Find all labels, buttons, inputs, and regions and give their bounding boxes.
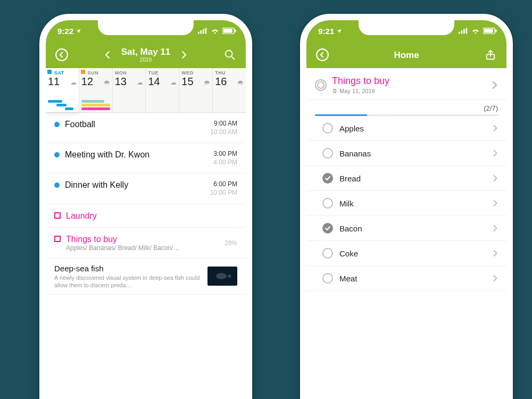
- checklist-item-label: Meat: [339, 274, 493, 283]
- wifi-icon: [471, 28, 480, 34]
- check-circle-icon[interactable]: [322, 248, 333, 259]
- battery-icon: [483, 28, 497, 34]
- checklist-item[interactable]: Coke: [306, 241, 506, 266]
- checklist-item[interactable]: Bananas: [306, 141, 506, 166]
- check-circle-icon[interactable]: [322, 148, 333, 159]
- day-number: 16: [215, 76, 227, 88]
- event-title: Football: [65, 120, 210, 129]
- svg-rect-3: [205, 28, 207, 34]
- share-button[interactable]: [482, 46, 499, 63]
- nav-title: Home: [394, 51, 419, 60]
- back-button[interactable]: [53, 46, 70, 63]
- event-title: Meeting with Dr. Kwon: [65, 150, 213, 160]
- week-strip: SAT 11 ☁ SUN 12 🌧: [46, 68, 246, 113]
- day-cell-mon[interactable]: MON 13 ☁: [113, 68, 146, 112]
- day-number: 15: [181, 76, 193, 88]
- event-dot-icon: [54, 152, 60, 157]
- note-row[interactable]: Deep-sea fish A newly discovered visual …: [46, 259, 246, 295]
- location-icon: [336, 28, 342, 34]
- checklist-item[interactable]: Bread: [306, 166, 506, 191]
- event-row[interactable]: Football 9:00 AM 10:00 AM: [46, 113, 246, 143]
- event-end-time: 10:00 PM: [210, 189, 237, 197]
- todo-progress-pct: 28%: [225, 239, 237, 247]
- day-cell-sun[interactable]: SUN 12 🌧: [79, 68, 113, 112]
- device-notch: [359, 20, 454, 35]
- nav-title[interactable]: Sat, May 11: [121, 47, 171, 56]
- event-row[interactable]: Dinner with Kelly 6:00 PM 10:00 PM: [46, 173, 246, 204]
- svg-rect-5: [223, 29, 232, 32]
- event-end-time: 4:00 PM: [213, 159, 237, 167]
- svg-rect-15: [484, 29, 493, 32]
- weather-icon: 🌧: [237, 79, 244, 86]
- event-row[interactable]: Meeting with Dr. Kwon 3:00 PM 4:00 PM: [46, 143, 246, 173]
- check-circle-icon[interactable]: [322, 223, 333, 234]
- checklist-item[interactable]: Apples: [306, 116, 506, 141]
- note-thumbnail: [207, 267, 237, 286]
- checklist-item-label: Apples: [339, 124, 493, 133]
- day-number: 14: [148, 76, 160, 88]
- svg-point-17: [317, 49, 328, 61]
- note-title: Deep-sea fish: [54, 264, 202, 273]
- calendar-icon: 🗓: [332, 88, 338, 94]
- checklist-item-label: Milk: [339, 199, 493, 208]
- note-desc: A newly discovered visual system in deep…: [54, 274, 202, 289]
- day-of-week: WED: [181, 70, 210, 76]
- svg-rect-13: [466, 28, 468, 34]
- chevron-right-icon: [493, 274, 498, 282]
- list-title: Things to buy: [332, 76, 492, 87]
- progress-section: (2/7): [306, 100, 506, 116]
- chevron-right-icon: [493, 149, 498, 157]
- todo-title: Things to buy: [66, 235, 225, 244]
- day-of-week: SUN: [88, 70, 110, 76]
- checklist-item[interactable]: Meat: [306, 266, 506, 291]
- checklist-item-label: Bread: [339, 174, 493, 183]
- day-cell-tue[interactable]: TUE 14 ☁: [146, 68, 179, 112]
- wifi-icon: [211, 28, 219, 34]
- checklist-item-label: Coke: [339, 249, 493, 258]
- checkbox-icon[interactable]: [54, 212, 61, 219]
- list-header[interactable]: Things to buy 🗓May 11, 2019: [306, 68, 506, 100]
- check-circle-icon[interactable]: [322, 273, 333, 284]
- chevron-right-icon: [492, 80, 498, 90]
- todo-row[interactable]: Things to buy Apples/ Bananas/ Bread/ Mi…: [46, 228, 246, 259]
- event-dot-icon: [54, 182, 60, 188]
- phone-checklist: 9:21 Home: [300, 14, 513, 399]
- day-of-week: SAT: [54, 70, 77, 76]
- weather-icon: 🌧: [104, 79, 110, 86]
- target-icon: [315, 79, 327, 91]
- prev-day-button[interactable]: [99, 46, 116, 63]
- svg-rect-11: [461, 30, 463, 34]
- day-cell-sat[interactable]: SAT 11 ☁: [46, 68, 79, 112]
- day-cell-thu[interactable]: THU 16 🌧: [213, 68, 246, 112]
- back-button[interactable]: [314, 46, 331, 63]
- location-icon: [76, 28, 81, 34]
- svg-rect-1: [201, 30, 202, 34]
- checkbox-icon[interactable]: [54, 236, 61, 242]
- weather-icon: ☁: [137, 79, 143, 86]
- check-circle-icon[interactable]: [322, 123, 333, 134]
- day-cell-wed[interactable]: WED 15 🌧: [179, 68, 213, 112]
- checklist-item[interactable]: Milk: [306, 191, 506, 216]
- nav-bar: Home: [306, 41, 506, 68]
- cellular-icon: [198, 28, 207, 34]
- chevron-right-icon: [493, 199, 498, 207]
- event-start-time: 6:00 PM: [210, 180, 237, 189]
- day-number: 11: [48, 76, 60, 88]
- status-time: 9:21: [318, 27, 334, 36]
- next-day-button[interactable]: [176, 46, 193, 63]
- day-of-week: THU: [215, 70, 244, 76]
- check-circle-icon[interactable]: [322, 173, 333, 184]
- chevron-right-icon: [493, 224, 498, 232]
- svg-rect-10: [459, 32, 460, 34]
- nav-subtitle: 2019: [121, 57, 171, 63]
- progress-count: (2/7): [315, 100, 498, 114]
- phone-calendar: 9:22: [39, 14, 252, 399]
- search-button[interactable]: [221, 46, 238, 63]
- weather-icon: ☁: [170, 79, 177, 86]
- chevron-right-icon: [493, 174, 498, 182]
- check-circle-icon[interactable]: [322, 198, 333, 209]
- event-title: Dinner with Kelly: [65, 180, 210, 190]
- checklist-item[interactable]: Bacon: [306, 216, 506, 241]
- todo-row[interactable]: Laundry: [46, 204, 246, 228]
- status-time: 9:22: [57, 27, 73, 36]
